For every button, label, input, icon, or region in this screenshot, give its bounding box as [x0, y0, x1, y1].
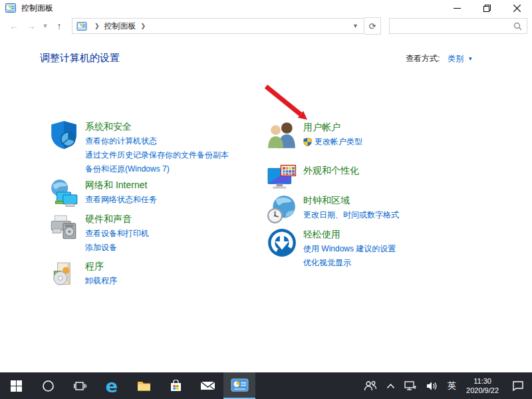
task-link[interactable]: 更改日期、时间或数字格式: [303, 208, 399, 222]
mail-button[interactable]: [192, 372, 223, 399]
category-title[interactable]: 网络和 Internet: [85, 178, 157, 192]
breadcrumb-chevron-icon[interactable]: ❯: [141, 23, 146, 29]
maximize-button[interactable]: [472, 0, 502, 16]
task-link[interactable]: 卸载程序: [85, 274, 117, 288]
shield-icon: [48, 120, 80, 150]
clock-date: 2020/9/22: [466, 386, 499, 395]
task-link[interactable]: 使用 Windows 建议的设置: [303, 242, 396, 256]
volume-icon[interactable]: [422, 372, 443, 399]
task-link[interactable]: 查看网络状态和任务: [85, 193, 157, 207]
task-link[interactable]: 更改帐户类型: [303, 135, 362, 149]
view-by-dropdown-icon[interactable]: ▼: [467, 56, 473, 62]
task-link[interactable]: 通过文件历史记录保存你的文件备份副本: [85, 148, 229, 162]
control-panel-home: 调整计算机的设置 查看方式: 类别 ▼ 系统和安全 查看你的计算机状态 通过文件…: [0, 36, 532, 372]
category-title[interactable]: 用户帐户: [303, 120, 362, 134]
navigation-toolbar: ← → ▼ ↑ ❯ 控制面板 ❯ ▼ ⟳: [0, 16, 532, 36]
category-title[interactable]: 系统和安全: [85, 120, 229, 133]
task-view-button[interactable]: [64, 372, 96, 399]
control-panel-taskbar-button[interactable]: [223, 372, 255, 399]
clock-time: 11:30: [473, 376, 491, 386]
category-hardware-and-sound: 硬件和声音 查看设备和打印机 添加设备: [48, 212, 271, 255]
search-input[interactable]: [390, 21, 513, 31]
two-users-icon: [266, 120, 298, 151]
up-button[interactable]: ↑: [51, 17, 68, 35]
ime-language-indicator[interactable]: 英: [443, 372, 461, 399]
edge-browser-button[interactable]: e: [96, 372, 128, 399]
refresh-button[interactable]: ⟳: [364, 17, 381, 35]
task-link[interactable]: 查看你的计算机状态: [85, 134, 229, 148]
network-icon[interactable]: [400, 372, 422, 399]
view-by-control: 查看方式: 类别 ▼: [406, 53, 473, 65]
title-bar: 控制面板: [0, 0, 532, 16]
category-title[interactable]: 时钟和区域: [303, 194, 399, 207]
category-appearance-and-personalization: 外观和个性化: [266, 164, 489, 194]
category-title[interactable]: 程序: [85, 259, 117, 273]
category-user-accounts: 用户帐户 更改帐户类型: [266, 120, 489, 151]
breadcrumb[interactable]: 控制面板: [104, 21, 136, 32]
window-controls: [442, 0, 532, 16]
system-tray: 英 11:30 2020/9/22: [359, 372, 532, 399]
task-link[interactable]: 优化视觉显示: [303, 256, 396, 270]
category-system-and-security: 系统和安全 查看你的计算机状态 通过文件历史记录保存你的文件备份副本 备份和还原…: [48, 120, 271, 176]
view-by-value[interactable]: 类别: [448, 53, 464, 65]
category-network-and-internet: 网络和 Internet 查看网络状态和任务: [48, 178, 271, 209]
forward-button[interactable]: →: [23, 17, 40, 35]
cortana-search-button[interactable]: [32, 372, 64, 399]
task-link[interactable]: 查看设备和打印机: [85, 227, 149, 241]
globe-clock-icon: [266, 194, 298, 224]
hidden-icons-chevron-icon[interactable]: [382, 372, 400, 399]
file-explorer-button[interactable]: [128, 372, 160, 399]
address-bar[interactable]: ❯ 控制面板 ❯ ▼: [72, 18, 364, 34]
breadcrumb-chevron-icon[interactable]: ❯: [94, 23, 100, 29]
search-box: [389, 18, 527, 34]
action-center-icon[interactable]: [504, 372, 532, 399]
program-box-icon: [48, 259, 80, 290]
window-title: 控制面板: [21, 3, 53, 14]
microsoft-store-button[interactable]: [160, 372, 192, 399]
back-button[interactable]: ←: [5, 17, 23, 35]
control-panel-window: 控制面板 ← → ▼ ↑ ❯ 控制面板 ❯ ▼ ⟳: [0, 0, 532, 399]
address-dropdown-icon[interactable]: ▼: [352, 23, 358, 29]
task-link[interactable]: 添加设备: [85, 241, 149, 255]
task-link[interactable]: 备份和还原(Windows 7): [85, 162, 229, 176]
category-clock-and-region: 时钟和区域 更改日期、时间或数字格式: [266, 194, 489, 224]
printer-speaker-icon: [48, 212, 80, 243]
close-button[interactable]: [502, 0, 532, 16]
control-panel-icon: [76, 22, 87, 31]
uac-shield-icon: [303, 138, 312, 146]
taskbar-clock[interactable]: 11:30 2020/9/22: [461, 372, 504, 399]
network-globe-icon: [48, 178, 80, 209]
category-title[interactable]: 硬件和声音: [85, 212, 149, 225]
category-title[interactable]: 外观和个性化: [303, 164, 359, 177]
view-by-label: 查看方式:: [406, 53, 440, 65]
control-panel-icon: [5, 3, 16, 13]
taskbar: e 英 11:30: [0, 372, 532, 399]
category-ease-of-access: 轻松使用 使用 Windows 建议的设置 优化视觉显示: [266, 227, 489, 270]
page-title: 调整计算机的设置: [40, 52, 120, 65]
ease-of-access-icon: [266, 227, 298, 258]
category-programs: 程序 卸载程序: [48, 259, 271, 290]
start-button[interactable]: [0, 372, 32, 399]
monitor-palette-icon: [266, 164, 298, 194]
search-icon: [513, 22, 522, 31]
minimize-button[interactable]: [442, 0, 472, 16]
people-icon[interactable]: [359, 372, 382, 399]
category-title[interactable]: 轻松使用: [303, 227, 396, 241]
recent-pages-dropdown-icon[interactable]: ▼: [40, 17, 51, 35]
